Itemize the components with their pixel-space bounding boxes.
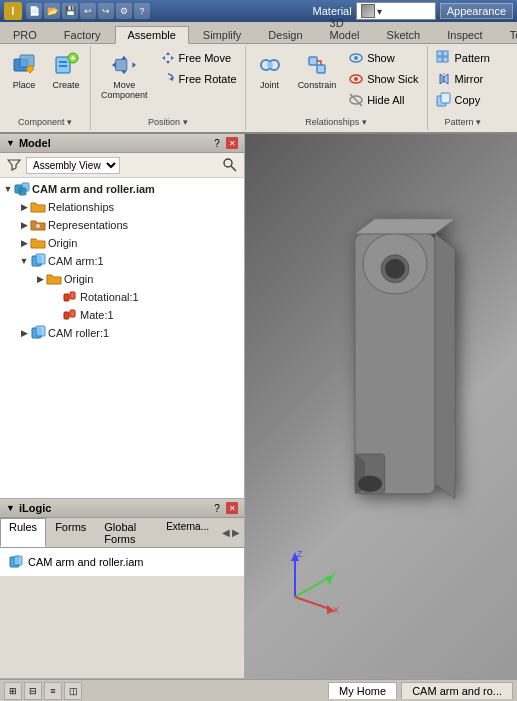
status-icon-snap[interactable]: ⊟ — [24, 682, 42, 700]
model-panel-help[interactable]: ? — [210, 136, 224, 150]
appearance-button[interactable]: Appearance — [440, 3, 513, 19]
tab-factory[interactable]: Factory — [51, 26, 114, 43]
show-button[interactable]: Show — [344, 48, 422, 68]
relationships-buttons: Joint Constrain — [250, 48, 423, 114]
free-move-button[interactable]: Free Move — [156, 48, 241, 68]
tree-item-cam-arm[interactable]: ▼ CAM arm:1 — [0, 252, 244, 270]
show-sick-button[interactable]: Show Sick — [344, 69, 422, 89]
status-icon-layout[interactable]: ◫ — [64, 682, 82, 700]
settings-icon[interactable]: ⚙ — [116, 3, 132, 19]
material-dropdown[interactable]: ▾ — [356, 2, 436, 20]
ilogic-panel-header[interactable]: ▼ iLogic ? ✕ — [0, 499, 244, 518]
ilogic-tab-rules[interactable]: Rules — [0, 518, 46, 547]
svg-point-11 — [267, 62, 273, 68]
tree-item-mate[interactable]: ▶ Mate:1 — [0, 306, 244, 324]
joint-button[interactable]: Joint — [250, 48, 290, 93]
svg-text:X: X — [333, 605, 339, 615]
create-label: Create — [52, 80, 79, 90]
coordinate-axes: Z Y X — [275, 547, 345, 619]
tree-item-relationships[interactable]: ▶ Relationships — [0, 198, 244, 216]
tree-root[interactable]: ▼ CAM arm and roller.iam — [0, 180, 244, 198]
tree-item-rotational[interactable]: ▶ Rotational:1 — [0, 288, 244, 306]
free-rotate-button[interactable]: Free Rotate — [156, 69, 241, 89]
ilogic-content: CAM arm and roller.iam — [0, 548, 244, 576]
undo-icon[interactable]: ↩ — [80, 3, 96, 19]
tab-simplify[interactable]: Simplify — [190, 26, 255, 43]
cam-arm-origin-toggle[interactable]: ▶ — [34, 273, 46, 285]
ilogic-tab-global-forms[interactable]: Global Forms — [95, 518, 157, 547]
model-panel-close[interactable]: ✕ — [226, 137, 238, 149]
mirror-button[interactable]: Mirror — [432, 69, 494, 89]
position-group-label[interactable]: Position ▾ — [95, 114, 241, 128]
copy-button[interactable]: Copy — [432, 90, 494, 110]
status-icon-grid[interactable]: ⊞ — [4, 682, 22, 700]
move-component-button[interactable]: MoveComponent — [95, 48, 154, 103]
tree-item-representations[interactable]: ▶ Representations — [0, 216, 244, 234]
constrain-button[interactable]: Constrain — [292, 48, 343, 93]
tree-view-select[interactable]: Assembly View — [26, 157, 120, 174]
status-icon-list[interactable]: ≡ — [44, 682, 62, 700]
tree-filter-btn[interactable] — [4, 155, 24, 175]
ilogic-next-btn[interactable]: ▶ — [232, 527, 240, 538]
status-tab-cam-arm[interactable]: CAM arm and ro... — [401, 682, 513, 699]
open-icon[interactable]: 📂 — [44, 3, 60, 19]
status-tab-my-home[interactable]: My Home — [328, 682, 397, 699]
create-button[interactable]: Create — [46, 48, 86, 93]
place-button[interactable]: Place — [4, 48, 44, 93]
cam-arm-toggle[interactable]: ▼ — [18, 255, 30, 267]
root-toggle[interactable]: ▼ — [2, 183, 14, 195]
ilogic-item-cam[interactable]: CAM arm and roller.iam — [4, 552, 240, 572]
ilogic-tab-forms[interactable]: Forms — [46, 518, 95, 547]
pattern-button[interactable]: Pattern — [432, 48, 494, 68]
redo-icon[interactable]: ↪ — [98, 3, 114, 19]
tab-inspect[interactable]: Inspect — [434, 26, 495, 43]
tab-sketch[interactable]: Sketch — [374, 26, 434, 43]
tab-pro[interactable]: PRO — [0, 26, 50, 43]
relationships-label: Relationships — [48, 201, 114, 213]
tab-design[interactable]: Design — [255, 26, 315, 43]
tree-item-origin[interactable]: ▶ Origin — [0, 234, 244, 252]
hide-all-button[interactable]: Hide All — [344, 90, 422, 110]
origin-label: Origin — [48, 237, 77, 249]
hide-all-label: Hide All — [367, 94, 404, 106]
tree-search-btn[interactable] — [220, 155, 240, 175]
pattern-group-label[interactable]: Pattern ▾ — [432, 114, 494, 128]
new-icon[interactable]: 📄 — [26, 3, 42, 19]
model-panel-title: Model — [19, 137, 51, 149]
material-preview — [361, 4, 375, 18]
free-rotate-label: Free Rotate — [179, 73, 237, 85]
ilogic-panel-close[interactable]: ✕ — [226, 502, 238, 514]
ilogic-panel-help[interactable]: ? — [210, 501, 224, 515]
tree-item-cam-arm-origin[interactable]: ▶ Origin — [0, 270, 244, 288]
ilogic-prev-btn[interactable]: ◀ — [222, 527, 230, 538]
root-label: CAM arm and roller.iam — [32, 183, 155, 195]
constrain-label: Constrain — [298, 80, 337, 90]
component-group-label[interactable]: Component ▾ — [4, 114, 86, 128]
save-icon[interactable]: 💾 — [62, 3, 78, 19]
cam-roller-toggle[interactable]: ▶ — [18, 327, 30, 339]
mate-label: Mate:1 — [80, 309, 114, 321]
title-bar: I 📄 📂 💾 ↩ ↪ ⚙ ? Material ▾ Appearance — [0, 0, 517, 22]
tree-item-cam-roller[interactable]: ▶ CAM roller:1 — [0, 324, 244, 342]
mirror-label: Mirror — [455, 73, 484, 85]
ribbon-group-pattern: Pattern Mirror — [428, 46, 498, 130]
root-assembly-icon — [14, 181, 30, 197]
model-panel-icons: ? ✕ — [210, 136, 238, 150]
place-label: Place — [13, 80, 36, 90]
ilogic-tab-external[interactable]: Externa... — [157, 518, 218, 547]
model-panel-title-group: ▼ Model — [6, 137, 51, 149]
representations-toggle[interactable]: ▶ — [18, 219, 30, 231]
ribbon-tabs: PRO Factory Assemble Simplify Design 3D … — [0, 22, 517, 44]
ilogic-cam-icon — [8, 554, 24, 570]
relationships-group-label[interactable]: Relationships ▾ — [250, 114, 423, 128]
relationships-toggle[interactable]: ▶ — [18, 201, 30, 213]
model-panel-header[interactable]: ▼ Model ? ✕ — [0, 134, 244, 153]
tab-tools[interactable]: Tools — [497, 26, 517, 43]
svg-rect-12 — [309, 57, 317, 65]
tab-assemble[interactable]: Assemble — [115, 26, 189, 44]
svg-rect-23 — [443, 57, 448, 62]
ribbon-group-position: MoveComponent Free Move — [91, 46, 246, 130]
viewport[interactable]: Z Y X — [245, 134, 517, 679]
origin-toggle[interactable]: ▶ — [18, 237, 30, 249]
help-icon[interactable]: ? — [134, 3, 150, 19]
